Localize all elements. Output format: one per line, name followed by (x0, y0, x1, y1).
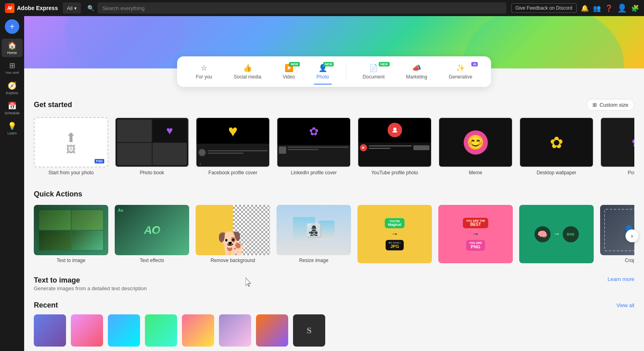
tti-title: Text to image (34, 276, 147, 285)
recent-section: Recent View all S (34, 301, 634, 347)
custom-size-button[interactable]: ⊞ Custom size (586, 99, 634, 111)
search-icon: 🔍 (87, 5, 94, 11)
filter-dropdown[interactable]: All ▾ (63, 2, 81, 14)
resize-icon: ⊞ (592, 102, 597, 108)
sidebar-item-home[interactable]: 🏠 Home (2, 39, 23, 57)
photo-stack-icon: 🖼 (66, 144, 76, 155)
template-photo-book[interactable]: ♥ Photo book (115, 117, 189, 176)
filter-label: All (67, 5, 72, 11)
meme-smiley: 😊 (464, 130, 488, 155)
get-started-header: Get started ⊞ Custom size (34, 99, 634, 111)
recent-item-3[interactable] (108, 314, 140, 347)
flower-purple-icon: ✿ (309, 125, 318, 138)
brain-icon: 🧠 (535, 226, 551, 242)
tab-document[interactable]: 📄 Document NEW (358, 61, 390, 82)
sparkle-icon: ✨ (456, 64, 465, 72)
arrow-right-icon: → (391, 230, 398, 238)
template-meme[interactable]: 😊 Meme (438, 117, 513, 176)
qa-crop-label: Crop image (600, 258, 634, 263)
sidebar-item-explore[interactable]: 🧭 Explore (2, 79, 23, 97)
learn-more-link[interactable]: Learn more (608, 276, 634, 282)
template-postcard[interactable]: ✿ Postcard (600, 117, 634, 176)
bell-icon[interactable]: 🔔 (581, 4, 589, 12)
flower-yellow-icon: ✿ (550, 133, 564, 152)
tabs-card: ☆ For you 👍 Social media ▶️ Video NEW 👤 … (177, 56, 491, 87)
recent-item-s[interactable]: S (293, 314, 325, 347)
custom-size-label: Custom size (599, 102, 628, 108)
recent-title: Recent (34, 301, 58, 310)
search-input[interactable] (97, 2, 506, 14)
magical-label: YOU'RE Magical (385, 218, 405, 228)
template-facebook-cover[interactable]: ♥ f Facebook p (196, 117, 270, 176)
sidebar-item-learn[interactable]: 💡 Learn (2, 119, 23, 138)
topbar: Adobe Express All ▾ 🔍 Give Feedback on D… (0, 0, 644, 16)
heart-purple-icon: ♥ (166, 124, 173, 137)
qa-text-effects[interactable]: AO Aa Text effects (115, 205, 189, 263)
quick-actions-title: Quick Actions (34, 190, 82, 198)
qa-resize-label: Resize image (277, 258, 351, 263)
yt-line-1 (369, 145, 412, 147)
qa-text-to-image[interactable]: Text to image (34, 205, 108, 263)
qa-convert-png-label: Convert to PNG (438, 266, 513, 266)
recent-item-4[interactable] (145, 314, 177, 347)
feedback-button[interactable]: Give Feedback on Discord (511, 3, 577, 13)
li-line-2 (288, 149, 318, 150)
extension-icon[interactable]: 🧩 (631, 4, 639, 12)
grid-icon: ⊞ (9, 61, 15, 70)
arrow-right-icon-2: → (472, 230, 479, 238)
thumbs-up-icon: 👍 (243, 64, 252, 72)
sidebar-label-home: Home (7, 51, 17, 55)
yt-line-2 (369, 148, 390, 149)
get-started-title: Get started (34, 101, 72, 109)
yt-avatar (388, 123, 402, 137)
qa-remove-background[interactable]: 🐕 Remove background (196, 205, 270, 263)
tab-photo-label: Photo (316, 74, 329, 80)
qa-resize-image[interactable]: 👩‍👧‍👦 Resize image (277, 205, 351, 263)
template-postcard-label: Postcard (600, 170, 634, 176)
recent-item-1[interactable] (34, 314, 66, 347)
generative-badge: AI (471, 62, 478, 66)
document-badge: NEW (379, 62, 390, 66)
user-avatar[interactable]: 👤 (617, 3, 627, 13)
qa-convert-svg[interactable]: 🧠 → SVG Convert to SVG (519, 205, 594, 263)
help-icon[interactable]: ❓ (605, 4, 613, 12)
tab-for-you[interactable]: ☆ For you (191, 61, 217, 82)
recent-item-7[interactable] (256, 314, 288, 347)
tab-document-label: Document (363, 74, 385, 80)
template-start-photo[interactable]: ⬆ 🖼 PSD Start from your photo (34, 117, 108, 176)
create-button[interactable]: + (5, 19, 19, 34)
template-linkedin-cover[interactable]: ✿ LinkedIn profile cover (277, 117, 351, 176)
people-icon[interactable]: 👥 (593, 4, 601, 12)
qa-convert-svg-label: Convert to SVG (519, 266, 594, 266)
tab-marketing[interactable]: 📣 Marketing (401, 61, 432, 82)
postcard-flower-icon: ✿ (632, 134, 635, 151)
tab-video[interactable]: ▶️ Video NEW (278, 61, 299, 82)
li-line-1 (288, 147, 349, 148)
main-content: ☆ For you 👍 Social media ▶️ Video NEW 👤 … (24, 0, 644, 351)
tti-header: Text to image Generate images from a det… (34, 276, 634, 291)
template-youtube[interactable]: ▶ YouTube profile photo (357, 117, 432, 176)
template-desktop-wallpaper[interactable]: ✿ Desktop wallpaper (519, 117, 594, 176)
recent-item-2[interactable] (71, 314, 103, 347)
text-fx-label: Aa (118, 208, 123, 213)
jpg-label: MY GOAL! JPG (386, 240, 404, 250)
tab-generative[interactable]: ✨ Generative AI (444, 61, 477, 82)
sidebar-label-schedule: Schedule (4, 111, 20, 115)
app-logo[interactable]: Adobe Express (5, 3, 58, 13)
recent-item-6[interactable] (219, 314, 251, 347)
tab-social-media[interactable]: 👍 Social media (229, 61, 266, 82)
recent-header: Recent View all (34, 301, 634, 310)
tab-photo[interactable]: 👤 Photo NEW (312, 61, 334, 82)
quick-actions-header: Quick Actions (34, 190, 634, 198)
qa-convert-png[interactable]: YOU ARE THE BEST → YOU ARE PNG Convert (438, 205, 513, 263)
upload-icon: ⬆ (66, 130, 76, 145)
recent-item-5[interactable] (182, 314, 214, 347)
scroll-right-arrow[interactable]: › (625, 229, 638, 242)
view-all-link[interactable]: View all (616, 302, 634, 308)
sidebar-item-your-stuff[interactable]: ⊞ Your stuff (2, 59, 23, 77)
qa-convert-jpg[interactable]: YOU'RE Magical → MY GOAL! JPG Convert t (357, 205, 432, 263)
recent-grid: S (34, 314, 634, 347)
sidebar-item-schedule[interactable]: 📅 Schedule (2, 99, 23, 118)
home-icon: 🏠 (8, 41, 17, 50)
qa-text-to-image-label: Text to image (34, 258, 108, 263)
